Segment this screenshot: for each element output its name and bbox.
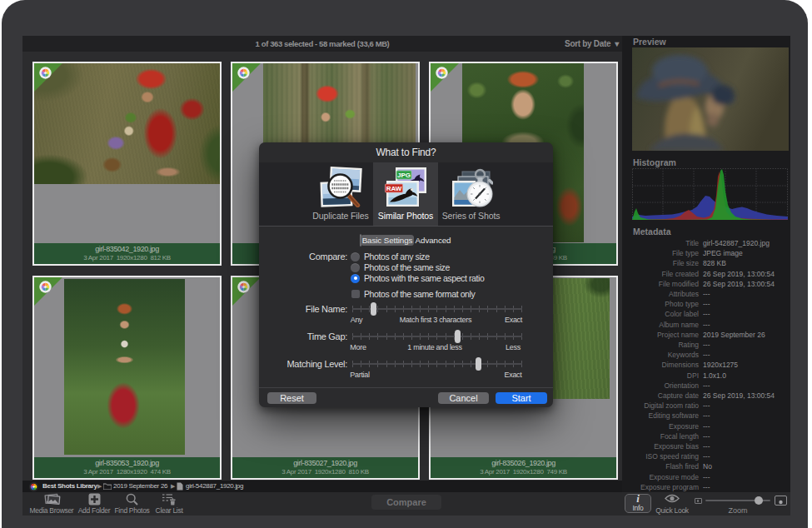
svg-text:RAW: RAW (386, 185, 402, 192)
svg-text:JPG: JPG (397, 172, 411, 179)
